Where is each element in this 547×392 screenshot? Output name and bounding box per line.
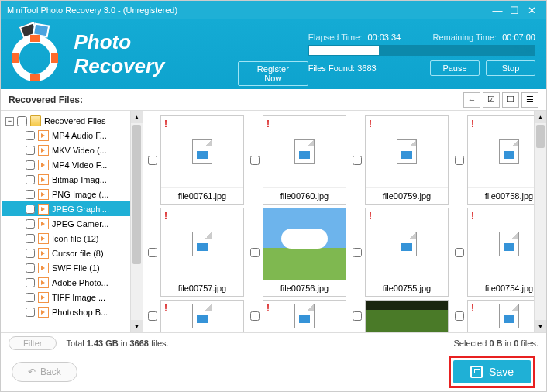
tree-item-label: Photoshop B... [52, 308, 108, 317]
file-type-icon [38, 204, 49, 215]
thumbnail-cell: !file00757.jpg [148, 208, 244, 297]
thumbnail-checkbox[interactable] [148, 248, 157, 257]
thumbnail-preview[interactable] [263, 208, 346, 280]
tree-item[interactable]: PNG Image (... [2, 187, 141, 201]
thumbnail-preview[interactable]: ! [161, 301, 243, 332]
tree-checkbox[interactable] [26, 160, 35, 170]
thumbnail-checkbox[interactable] [353, 248, 362, 257]
thumbnail-cell: ! [148, 300, 244, 332]
file-type-icon [38, 189, 49, 200]
thumbnail-checkbox[interactable] [455, 248, 464, 257]
file-type-icon [38, 145, 49, 156]
stop-button[interactable]: Stop [486, 60, 535, 76]
list-view-button[interactable]: ☰ [521, 92, 538, 108]
thumbnail-checkbox[interactable] [250, 248, 260, 257]
root-checkbox[interactable] [17, 116, 27, 126]
save-button[interactable]: Save [453, 360, 531, 383]
grid-scrollbar[interactable]: ▲ ▼ [534, 111, 546, 332]
tree-scrollbar[interactable]: ▲ ▼ [130, 111, 143, 332]
thumbnail-checkbox[interactable] [148, 156, 157, 165]
tree-item-label: SWF File (1) [52, 263, 100, 273]
thumbnail-preview[interactable]: ! [263, 301, 346, 332]
thumbnail-checkbox[interactable] [455, 311, 464, 321]
tree-item-label: TIFF Image ... [52, 293, 105, 302]
tree-item[interactable]: MKV Video (... [2, 143, 141, 157]
tree-item[interactable]: MP4 Audio F... [2, 128, 141, 143]
back-nav-button[interactable]: ← [463, 92, 480, 108]
scroll-thumb[interactable] [132, 125, 141, 264]
tree-item[interactable]: SWF File (1) [2, 260, 141, 275]
tree-item-label: PNG Image (... [52, 190, 108, 199]
scroll-down-icon[interactable]: ▼ [535, 320, 546, 332]
thumbnail-checkbox[interactable] [353, 156, 362, 165]
close-button[interactable]: ✕ [523, 5, 540, 16]
tree-checkbox[interactable] [26, 175, 35, 184]
thumbnail-filename: file00755.jpg [366, 280, 448, 296]
maximize-button[interactable]: ☐ [506, 5, 523, 16]
app-logo [12, 27, 64, 81]
progress-bar: 31% [308, 45, 535, 56]
tree-item[interactable]: MP4 Video F... [2, 157, 141, 172]
thumbnail-preview[interactable]: ! [263, 116, 346, 187]
scroll-up-icon[interactable]: ▲ [131, 111, 143, 123]
tree-item-label: Bitmap Imag... [52, 175, 107, 184]
tree-root-label: Recovered Files [44, 116, 105, 126]
tree-checkbox[interactable] [26, 219, 35, 229]
file-type-icon [38, 174, 49, 185]
thumbnail-cell [353, 300, 449, 332]
folder-icon [30, 115, 41, 126]
thumbnail-checkbox[interactable] [353, 311, 362, 321]
tree-item[interactable]: Bitmap Imag... [2, 172, 141, 187]
tree-item-label: JPEG Graphi... [52, 205, 109, 214]
tree-item[interactable]: Adobe Photo... [2, 275, 141, 290]
tree-checkbox[interactable] [26, 293, 35, 302]
tree-checkbox[interactable] [26, 131, 35, 140]
tree-checkbox[interactable] [26, 190, 35, 199]
thumbnail-preview[interactable] [366, 301, 448, 332]
register-button[interactable]: Register Now [238, 61, 308, 86]
tree-checkbox[interactable] [26, 146, 35, 155]
thumbnail-filename: file00756.jpg [263, 280, 346, 296]
file-icon [397, 139, 417, 164]
thumbnail-checkbox[interactable] [250, 156, 260, 165]
thumbnail-cell: !file00754.jpg [455, 208, 546, 297]
tree-item[interactable]: Photoshop B... [2, 304, 141, 319]
thumbnail-grid: !file00761.jpg!file00760.jpg!file00759.j… [143, 111, 546, 332]
scroll-up-icon[interactable]: ▲ [535, 111, 546, 123]
scroll-down-icon[interactable]: ▼ [131, 320, 143, 332]
filter-button[interactable]: Filter [9, 336, 57, 350]
tree-item[interactable]: JPEG Graphi... [2, 201, 141, 216]
tree-checkbox[interactable] [26, 278, 35, 287]
warning-icon: ! [267, 303, 270, 314]
thumbnail-preview[interactable]: ! [366, 116, 448, 187]
tree-checkbox[interactable] [26, 205, 35, 214]
tree-root[interactable]: − Recovered Files [2, 114, 141, 128]
tree-item[interactable]: TIFF Image ... [2, 290, 141, 304]
tree-item[interactable]: JPEG Camer... [2, 216, 141, 231]
select-all-button[interactable]: ☑ [483, 92, 500, 108]
thumbnail-preview[interactable]: ! [161, 208, 243, 280]
tree-checkbox[interactable] [26, 263, 35, 273]
file-type-icon [38, 248, 49, 259]
minimize-button[interactable]: — [489, 5, 506, 16]
results-heading: Recovered Files: [9, 95, 461, 105]
thumbnail-checkbox[interactable] [250, 311, 260, 321]
back-button[interactable]: ↶ Back [12, 362, 77, 382]
thumbnail-preview[interactable]: ! [161, 116, 243, 187]
scroll-thumb[interactable] [536, 125, 545, 148]
thumbnail-cell: !file00760.jpg [250, 115, 346, 205]
tree-checkbox[interactable] [26, 234, 35, 243]
tree-item[interactable]: Icon file (12) [2, 231, 141, 246]
tree-item[interactable]: Cursor file (8) [2, 246, 141, 260]
toolbar: Recovered Files: ← ☑ ☐ ☰ [1, 89, 546, 111]
collapse-icon[interactable]: − [5, 117, 14, 126]
thumbnail-cell: !file00758.jpg [455, 115, 546, 205]
file-type-icon [38, 263, 49, 273]
pause-button[interactable]: Pause [430, 60, 480, 76]
thumbnail-checkbox[interactable] [148, 311, 157, 321]
thumbnail-checkbox[interactable] [455, 156, 464, 165]
deselect-all-button[interactable]: ☐ [502, 92, 519, 108]
thumbnail-preview[interactable]: ! [366, 208, 448, 280]
tree-checkbox[interactable] [26, 308, 35, 317]
tree-checkbox[interactable] [26, 249, 35, 258]
